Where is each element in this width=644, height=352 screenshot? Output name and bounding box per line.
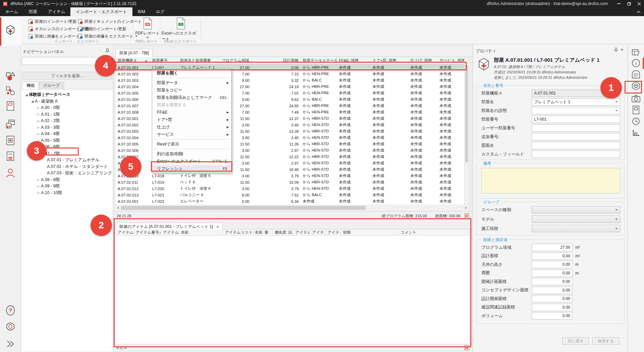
menu-item-サービス[interactable]: サービス▶ xyxy=(152,131,231,138)
close-tab-icon[interactable]: ✕ xyxy=(216,225,219,229)
field-input-コンセプトデザイン面積[interactable]: 0.00 xyxy=(532,287,573,294)
column-header-部屋データステータス[interactable]: 部屋データステータス xyxy=(301,57,337,64)
field-input-プログラム領域[interactable]: 27.00 xyxy=(532,244,573,251)
column-header-アイテ...[interactable]: アイテ... xyxy=(310,229,326,235)
attachments-icon[interactable] xyxy=(631,105,641,115)
minimize-button[interactable] xyxy=(614,0,624,7)
ribbon-button-部屋の画像をエクスポート[interactable]: 部屋の画像をエクスポート xyxy=(78,33,138,40)
close-button[interactable] xyxy=(634,0,644,7)
pin-icon[interactable] xyxy=(105,48,110,53)
room-data-module-icon[interactable] xyxy=(4,134,16,146)
documents-module-icon[interactable] xyxy=(4,100,16,112)
field-input-追加番号:[interactable] xyxy=(532,133,620,140)
systems-module-icon[interactable] xyxy=(4,85,16,97)
menu-item-部屋を開く[interactable]: 部屋を開く xyxy=(152,69,231,77)
search-input[interactable] xyxy=(22,58,101,64)
ribbon-tab-ホーム[interactable]: ホーム xyxy=(0,7,23,16)
info-icon[interactable]: i xyxy=(631,58,641,68)
scrollbar-thumb[interactable] xyxy=(121,206,366,210)
bim-model-icon[interactable] xyxy=(631,81,641,91)
expand-sidebar-icon[interactable] xyxy=(4,338,16,350)
help-icon[interactable]: ? xyxy=(4,304,16,316)
field-input-モデル[interactable] xyxy=(532,216,620,223)
ribbon-button-部屋のインポート/更新[interactable]: 部屋のインポート/更新 xyxy=(28,18,77,25)
tree-item-A.00 - 0階[interactable]: ▷A.00 - 0階 xyxy=(21,105,113,111)
ribbon-tab-インポート・エクスポート[interactable]: インポート・エクスポート xyxy=(70,7,132,16)
expand-icon[interactable]: ▷ xyxy=(36,191,41,194)
field-input-部屋名[interactable]: プレミアムベッド 1 xyxy=(532,98,620,106)
collapse-icon[interactable]: ◢ xyxy=(24,93,29,97)
menu-item-Excelへのエクスポート[interactable]: ExcelへのエクスポートCTRL+E xyxy=(152,158,231,165)
field-input-設計開発面積[interactable]: 0.00 xyxy=(532,295,573,302)
column-header-コメント[interactable]: コメント xyxy=(399,229,469,235)
reports-module-icon[interactable] xyxy=(4,150,16,162)
tree-item-A.07.03 - 技術・エンジニアリング[interactable]: A.07.03 - 技術・エンジニアリング xyxy=(21,170,113,177)
column-header-仕上げ: 状態[interactable]: 仕上げ: 状態 xyxy=(408,57,437,64)
column-header-アイテ...[interactable]: アイテ... xyxy=(326,229,341,235)
menu-item-部屋データ[interactable]: 部屋データ▶ xyxy=(152,79,231,86)
expand-icon[interactable]: ▷ xyxy=(36,185,41,188)
close-panel-icon[interactable]: ✕ xyxy=(621,48,624,52)
nav-tab-グループ[interactable]: グループ xyxy=(39,82,64,89)
expand-icon[interactable]: ▷ xyxy=(36,113,41,116)
ribbon-tab-BIM[interactable]: BIM xyxy=(132,7,151,16)
restore-button[interactable] xyxy=(624,0,634,7)
ribbon-button-PDFレポート[interactable]: PDFPDFレポート xyxy=(135,17,160,39)
rooms-module-icon[interactable] xyxy=(4,24,16,36)
rooms-vertical-scrollbar[interactable] xyxy=(464,57,468,204)
column-header-アイテム: 名前[interactable]: アイテム: 名前 xyxy=(161,229,223,235)
ribbon-button-Excelへのエクスポート[interactable]: XExcelへのエクスポート xyxy=(162,17,200,39)
field-input-施工段階[interactable] xyxy=(532,225,620,232)
column-header-状態[interactable]: 状態 xyxy=(341,229,399,235)
menu-item-部屋を削除済みとしてマーク[interactable]: 部屋を削除済みとしてマークDEL xyxy=(152,94,231,101)
scroll-right-icon[interactable] xyxy=(465,207,467,209)
field-input-図面名[interactable] xyxy=(532,142,620,149)
expand-icon[interactable]: ▷ xyxy=(36,178,41,181)
pin-icon[interactable] xyxy=(614,48,618,52)
field-input-ボリューム[interactable]: 0.00 xyxy=(532,312,573,319)
expand-icon[interactable]: ▷ xyxy=(36,132,41,136)
ribbon-tab-部屋[interactable]: 部屋 xyxy=(23,7,43,16)
field-input-設計面積[interactable]: 0.00 xyxy=(532,252,573,260)
ribbon-button-部屋ドキュメントのインポート[interactable]: 部屋ドキュメントのインポート xyxy=(78,18,142,25)
tree-item-A.04 - 4愛[interactable]: ▷A.04 - 4愛 xyxy=(21,131,113,137)
tree-item-体験版 | データベース[interactable]: ◢体験版 | データベース xyxy=(21,92,113,98)
menu-item-Revitで表示[interactable]: Revitで表示 xyxy=(152,140,231,148)
ribbon-button-部屋に画像をインポート[interactable]: 部屋に画像をインポート xyxy=(28,33,80,40)
ribbon-tab-ログ[interactable]: ログ xyxy=(151,7,170,16)
field-input-開発計画面積[interactable]: 0.00 xyxy=(532,278,573,285)
room-data-sheet-icon[interactable] xyxy=(631,70,641,79)
tree-item-A.07.02 - ホテル・スタンダード[interactable]: A.07.02 - ホテル・スタンダード xyxy=(21,164,113,170)
column-header-部屋機能 #[interactable]: 部屋機能 # xyxy=(116,57,150,64)
table-row[interactable]: A.07.03.001L7-022エレベーター0.006.34未作成未作成未作成… xyxy=(116,198,464,204)
field-input-スペースの種類[interactable] xyxy=(532,206,620,214)
columns-icon[interactable] xyxy=(465,214,469,219)
tree-item-A.10 - 10階[interactable]: ▷A.10 - 10階 xyxy=(21,190,113,196)
contacts-module-icon[interactable] xyxy=(4,167,16,179)
layout-select-icon[interactable] xyxy=(631,48,641,57)
field-input-天井の高さ[interactable]: 0.00 xyxy=(532,261,573,268)
tree-item-A.08 - 8階[interactable]: ▷A.08 - 8階 xyxy=(21,177,113,183)
rooms-tab[interactable]: 部屋 [A.07 - 7階] xyxy=(116,49,153,57)
save-button[interactable]: 保存する xyxy=(592,337,619,345)
collapse-ribbon-icon[interactable] xyxy=(635,9,642,15)
history-clock-icon[interactable] xyxy=(631,117,641,126)
field-input-部屋名の説明[interactable] xyxy=(532,107,620,114)
tree-item-A.03 - 3階[interactable]: ▷A.03 - 3階 xyxy=(21,124,113,131)
tree-item-A.02 - 2階[interactable]: ▷A.02 - 2階 xyxy=(21,118,113,124)
menu-item-列の追加/削除[interactable]: 列の追加/削除 xyxy=(152,150,231,158)
tree-item-A.09 - 9階[interactable]: ▷A.09 - 9階 xyxy=(21,183,113,190)
field-input-ユーザー部屋番号[interactable] xyxy=(532,124,620,132)
field-input-建設関連記録面積[interactable]: 0.00 xyxy=(532,304,573,311)
column-header-プログラム領域[interactable]: プログラム領域 xyxy=(218,57,251,64)
tree-item-A - 建築物 A[interactable]: ◢A - 建築物 A xyxy=(21,98,113,105)
field-input-カスタム・フィールド[interactable] xyxy=(532,151,620,158)
expand-icon[interactable]: ▷ xyxy=(36,106,41,110)
field-input-部屋番号[interactable]: L7-001 xyxy=(532,116,620,123)
menu-item-FF&E[interactable]: FF&E▶ xyxy=(152,109,231,116)
settings-gear-icon[interactable] xyxy=(4,320,16,333)
column-header-アイテムリスト: 名前[interactable]: アイテムリスト: 名前 xyxy=(223,229,262,235)
rooms-horizontal-scrollbar[interactable] xyxy=(116,205,468,211)
collapse-icon[interactable]: ◢ xyxy=(30,100,35,103)
nav-tab-機能[interactable]: 機能 xyxy=(22,82,39,89)
